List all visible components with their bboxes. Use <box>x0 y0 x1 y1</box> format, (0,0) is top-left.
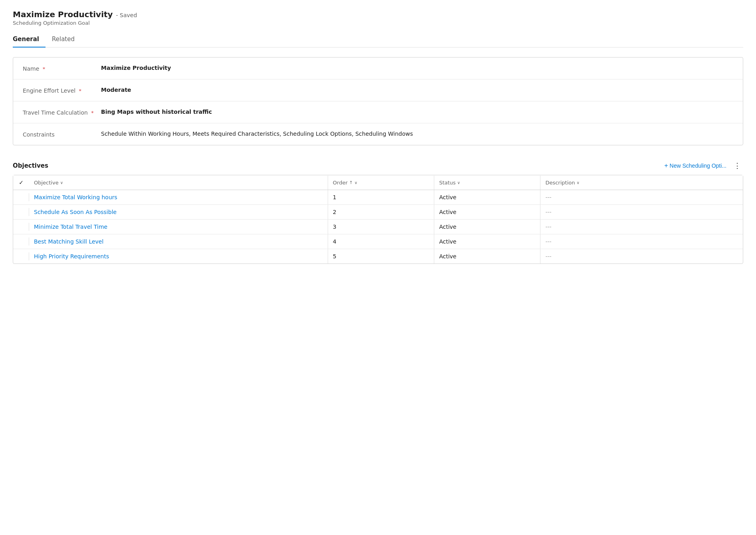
objective-value-3: Minimize Total Travel Time <box>34 224 107 230</box>
objective-value-4: Best Matching Skill Level <box>34 238 103 245</box>
status-value-4: Active <box>439 238 456 245</box>
col-status-1: Active <box>434 190 540 204</box>
col-check-2 <box>13 208 29 216</box>
col-status-3: Active <box>434 220 540 234</box>
col-order-3: 3 <box>328 220 434 234</box>
objective-col-label: Objective <box>34 180 59 186</box>
col-description-header[interactable]: Description ∨ <box>540 176 743 190</box>
objectives-table: ✓ Objective ∨ Order ↑ ∨ Status ∨ Descrip… <box>13 175 743 264</box>
table-row: High Priority Requirements 5 Active --- <box>13 249 743 264</box>
col-objective-3[interactable]: Minimize Total Travel Time <box>29 220 328 234</box>
form-row-constraints: Constraints Schedule Within Working Hour… <box>13 123 743 145</box>
form-row-engine: Engine Effort Level * Moderate <box>13 79 743 101</box>
form-value-engine: Moderate <box>95 87 733 93</box>
order-value-3: 3 <box>333 224 336 230</box>
col-order-1: 1 <box>328 190 434 204</box>
objective-value-5: High Priority Requirements <box>34 253 109 260</box>
saved-badge: - Saved <box>116 12 137 18</box>
objectives-header: Objectives + New Scheduling Opti... ⋮ <box>13 155 743 175</box>
table-row: Maximize Total Working hours 1 Active --… <box>13 190 743 205</box>
col-objective-2[interactable]: Schedule As Soon As Possible <box>29 205 328 219</box>
tab-bar: General Related <box>13 32 743 48</box>
description-col-label: Description <box>545 180 575 186</box>
required-marker-engine: * <box>79 88 82 94</box>
objective-value-1: Maximize Total Working hours <box>34 194 117 200</box>
col-objective-5[interactable]: High Priority Requirements <box>29 249 328 264</box>
col-order-header[interactable]: Order ↑ ∨ <box>328 176 434 190</box>
objectives-section: Objectives + New Scheduling Opti... ⋮ ✓ … <box>13 155 743 264</box>
page-title: Maximize Productivity <box>13 10 113 19</box>
form-value-name: Maximize Productivity <box>95 65 733 71</box>
col-order-2: 2 <box>328 205 434 219</box>
description-value-3: --- <box>545 224 551 230</box>
form-value-constraints: Schedule Within Working Hours, Meets Req… <box>95 131 733 137</box>
form-label-engine: Engine Effort Level * <box>23 87 95 94</box>
col-status-5: Active <box>434 249 540 264</box>
col-description-1: --- <box>540 190 743 204</box>
col-description-5: --- <box>540 249 743 264</box>
chevron-down-icon-status: ∨ <box>457 180 460 185</box>
more-options-button[interactable]: ⋮ <box>731 160 743 171</box>
order-col-label: Order <box>333 180 348 186</box>
page-subtitle: Scheduling Optimization Goal <box>13 20 743 26</box>
col-check-3 <box>13 223 29 231</box>
col-status-2: Active <box>434 205 540 219</box>
form-row-travel: Travel Time Calculation * Bing Maps with… <box>13 101 743 123</box>
status-value-3: Active <box>439 224 456 230</box>
chevron-down-icon-objective: ∨ <box>60 180 63 185</box>
order-value-4: 4 <box>333 238 336 245</box>
tab-general[interactable]: General <box>13 32 46 48</box>
col-description-3: --- <box>540 220 743 234</box>
required-marker-travel: * <box>91 110 94 116</box>
col-status-4: Active <box>434 234 540 249</box>
col-order-4: 4 <box>328 234 434 249</box>
description-value-4: --- <box>545 238 551 245</box>
col-objective-1[interactable]: Maximize Total Working hours <box>29 190 328 204</box>
form-label-travel: Travel Time Calculation * <box>23 109 95 116</box>
col-check-5 <box>13 252 29 260</box>
page-header: Maximize Productivity - Saved Scheduling… <box>13 10 743 26</box>
status-value-1: Active <box>439 194 456 200</box>
objectives-title: Objectives <box>13 162 48 169</box>
table-row: Schedule As Soon As Possible 2 Active --… <box>13 205 743 220</box>
plus-icon: + <box>664 162 668 169</box>
form-card: Name * Maximize Productivity Engine Effo… <box>13 57 743 145</box>
description-value-2: --- <box>545 209 551 215</box>
status-value-2: Active <box>439 209 456 215</box>
col-check-1 <box>13 193 29 201</box>
form-label-constraints: Constraints <box>23 131 95 138</box>
required-marker: * <box>43 66 46 72</box>
checkmark-header: ✓ <box>19 179 24 186</box>
chevron-down-icon-order: ∨ <box>354 180 357 185</box>
col-status-header[interactable]: Status ∨ <box>434 176 540 190</box>
tab-related[interactable]: Related <box>46 32 81 48</box>
objective-value-2: Schedule As Soon As Possible <box>34 209 117 215</box>
form-value-travel: Bing Maps without historical traffic <box>95 109 733 115</box>
col-check-4 <box>13 238 29 246</box>
col-description-4: --- <box>540 234 743 249</box>
form-label-name: Name * <box>23 65 95 72</box>
chevron-down-icon-description: ∨ <box>576 180 579 185</box>
table-row: Best Matching Skill Level 4 Active --- <box>13 234 743 249</box>
new-button-label: New Scheduling Opti... <box>670 162 726 169</box>
form-row-name: Name * Maximize Productivity <box>13 57 743 79</box>
order-value-5: 5 <box>333 253 336 260</box>
table-header-row: ✓ Objective ∨ Order ↑ ∨ Status ∨ Descrip… <box>13 175 743 190</box>
sort-asc-icon: ↑ <box>349 180 353 185</box>
col-check-header: ✓ <box>13 175 29 190</box>
col-objective-header[interactable]: Objective ∨ <box>29 176 328 190</box>
order-value-1: 1 <box>333 194 336 200</box>
more-icon: ⋮ <box>734 162 741 170</box>
col-description-2: --- <box>540 205 743 219</box>
table-row: Minimize Total Travel Time 3 Active --- <box>13 220 743 234</box>
col-order-5: 5 <box>328 249 434 264</box>
new-scheduling-button[interactable]: + New Scheduling Opti... <box>661 160 730 171</box>
description-value-5: --- <box>545 253 551 260</box>
status-value-5: Active <box>439 253 456 260</box>
status-col-label: Status <box>439 180 455 186</box>
col-objective-4[interactable]: Best Matching Skill Level <box>29 234 328 249</box>
order-value-2: 2 <box>333 209 336 215</box>
objectives-actions: + New Scheduling Opti... ⋮ <box>661 160 743 171</box>
description-value-1: --- <box>545 194 551 200</box>
